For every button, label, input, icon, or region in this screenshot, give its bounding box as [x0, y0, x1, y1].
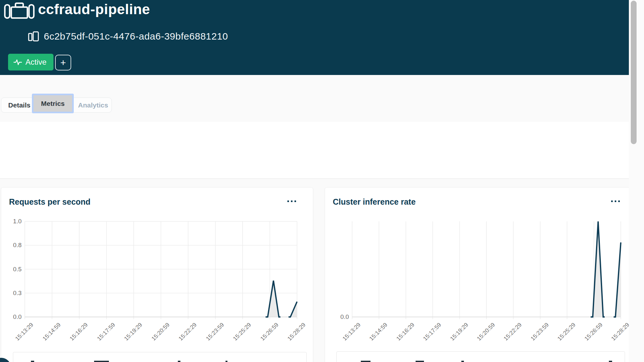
chart-title: Requests per second	[9, 197, 91, 207]
copy-icon[interactable]	[28, 30, 39, 42]
y-axis-tick-label: 0.0	[6, 313, 22, 320]
pulse-icon	[14, 59, 22, 66]
chart-title: Cluster inference rate	[333, 197, 416, 207]
clipped-legend-text	[226, 361, 227, 362]
clipped-legend-text	[609, 361, 612, 362]
y-axis-tick-label: 0.8	[6, 242, 22, 249]
pipeline-dashboard-page: ccfraud-pipeline 6c2b75df-051c-4476-ada6…	[0, 0, 644, 362]
status-label: Active	[25, 58, 46, 67]
add-tag-button[interactable]: +	[55, 55, 71, 70]
clipped-legend-text	[416, 361, 424, 362]
y-axis-tick-label: 0.3	[6, 290, 22, 297]
pipeline-id-value: 6c2b75df-051c-4476-ada6-39bfe6881210	[44, 31, 228, 42]
chart-canvas	[25, 221, 297, 320]
metrics-filter-panel: Viewing Pipeline Data for ccfraud-pipeli…	[0, 122, 629, 179]
requests-per-second-chart: 1.00.80.50.30.015:13:2915:14:5915:16:291…	[25, 221, 297, 317]
clipped-legend-text	[178, 361, 180, 362]
chart-canvas	[352, 221, 621, 320]
chart-legend-box	[13, 352, 307, 362]
tab-metrics[interactable]: Metrics	[32, 94, 74, 113]
clipped-legend-text	[94, 361, 109, 362]
scrollbar-thumb[interactable]	[631, 1, 637, 144]
y-axis-tick-label: 1.0	[6, 218, 22, 225]
page-header: ccfraud-pipeline 6c2b75df-051c-4476-ada6…	[0, 0, 629, 75]
clipped-legend-text	[31, 361, 34, 362]
ellipsis-menu-icon[interactable]	[287, 200, 296, 202]
clipped-legend-text	[361, 361, 370, 362]
clipped-legend-text	[461, 361, 464, 362]
tab-analytics: Analytics	[75, 98, 111, 112]
status-badge: Active	[8, 54, 53, 70]
pipeline-icon	[4, 2, 35, 19]
chart-legend-box	[336, 351, 625, 362]
y-axis-tick-label: 0.0	[333, 313, 349, 320]
pipeline-id-row: 6c2b75df-051c-4476-ada6-39bfe6881210	[28, 30, 228, 42]
y-axis-tick-label: 0.5	[6, 266, 22, 273]
cluster-inference-rate-chart: 0.015:13:2915:14:5915:16:2915:17:5915:19…	[352, 221, 621, 317]
ellipsis-menu-icon[interactable]	[611, 200, 620, 202]
page-title: ccfraud-pipeline	[38, 0, 150, 19]
